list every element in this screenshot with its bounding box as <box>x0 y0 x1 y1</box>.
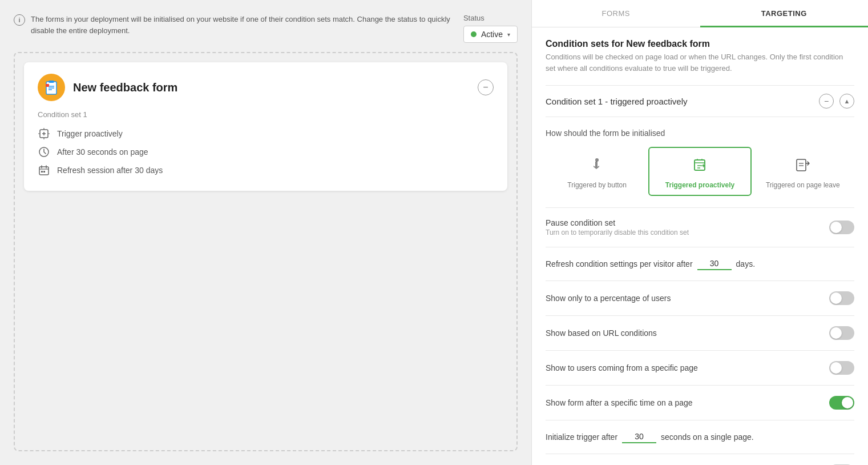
settings-row-percentage-title: Show only to a percentage of users <box>546 294 820 303</box>
refresh-days-input[interactable] <box>697 258 732 270</box>
form-card: New feedback form − Condition set 1 Trig… <box>24 62 507 191</box>
remove-form-button[interactable]: − <box>478 79 494 95</box>
clock-icon <box>38 146 50 158</box>
settings-row-time-on-page-left: Show form after a specific time on a pag… <box>546 398 820 407</box>
form-card-header: New feedback form − <box>38 74 494 101</box>
condition-set-header: Condition set 1 - triggered proactively … <box>546 85 854 117</box>
refresh-label: Refresh condition settings per visitor a… <box>546 259 693 268</box>
status-value: Active <box>481 30 503 39</box>
status-dropdown[interactable]: Active ▾ <box>463 26 518 43</box>
trigger-options: Triggered by button Triggered proactivel… <box>546 147 854 196</box>
condition-item-calendar: Refresh session after 30 days <box>38 161 494 179</box>
trigger-after-input[interactable] <box>622 431 656 443</box>
svg-rect-6 <box>46 84 49 87</box>
settings-row-pause-title: Pause condition set <box>546 218 820 227</box>
tabs: FORMS TARGETING <box>532 0 868 27</box>
tab-forms[interactable]: FORMS <box>532 0 700 27</box>
settings-row-specific-date: Show on a specific date <box>546 454 854 465</box>
condition-set-label: Condition set 1 <box>38 110 494 119</box>
settings-row-time-on-page: Show form after a specific time on a pag… <box>546 386 854 420</box>
collapse-condition-set-button[interactable]: ▲ <box>839 94 854 109</box>
settings-row-time-on-page-title: Show form after a specific time on a pag… <box>546 398 820 407</box>
triggered-by-button-icon <box>586 154 608 177</box>
trigger-section: How should the form be initialised Trigg… <box>546 117 854 208</box>
settings-row-specific-page: Show to users coming from a specific pag… <box>546 351 854 386</box>
calendar-icon <box>38 164 50 177</box>
condition-item-trigger: Trigger proactively <box>38 125 494 143</box>
trigger-after-label: Initialize trigger after <box>546 432 617 442</box>
condition-set-title: Condition set 1 - triggered proactively <box>546 97 687 106</box>
right-content: Condition sets for New feedback form Con… <box>532 27 868 465</box>
info-text: The forms in your deployment will be ini… <box>31 14 454 36</box>
trigger-label: How should the form be initialised <box>546 129 854 138</box>
section-title: Condition sets for New feedback form <box>546 39 854 49</box>
url-toggle[interactable] <box>829 326 854 340</box>
trigger-button-label: Triggered by button <box>567 181 627 189</box>
condition-text-trigger: Trigger proactively <box>57 129 123 138</box>
pause-toggle[interactable] <box>829 221 854 234</box>
tab-targeting[interactable]: TARGETING <box>700 0 869 27</box>
trigger-after-suffix: seconds on a single page. <box>661 432 754 442</box>
status-block: Status Active ▾ <box>463 14 518 43</box>
section-subtitle: Conditions will be checked on page load … <box>546 51 854 74</box>
settings-row-pause: Pause condition set Turn on to temporari… <box>546 208 854 247</box>
settings-row-percentage: Show only to a percentage of users <box>546 281 854 316</box>
settings-row-specific-page-left: Show to users coming from a specific pag… <box>546 363 820 372</box>
refresh-suffix: days. <box>736 259 755 268</box>
info-bar: i The forms in your deployment will be i… <box>14 14 518 43</box>
status-label: Status <box>463 14 485 22</box>
info-text-block: i The forms in your deployment will be i… <box>14 14 454 36</box>
specific-page-toggle[interactable] <box>829 361 854 375</box>
form-title: New feedback form <box>73 81 177 94</box>
form-icon <box>38 74 65 101</box>
condition-text-clock: After 30 seconds on page <box>57 147 148 157</box>
settings-row-url-title: Show based on URL conditions <box>546 328 820 338</box>
settings-row-url-left: Show based on URL conditions <box>546 328 820 338</box>
trigger-proactive-label: Triggered proactively <box>665 181 734 189</box>
condition-set-actions: − ▲ <box>819 94 854 109</box>
right-panel: FORMS TARGETING Condition sets for New f… <box>531 0 868 465</box>
status-dot <box>471 31 477 37</box>
settings-row-refresh: Refresh condition settings per visitor a… <box>546 247 854 281</box>
info-icon: i <box>14 14 25 26</box>
settings-row-percentage-left: Show only to a percentage of users <box>546 294 820 303</box>
remove-condition-set-button[interactable]: − <box>819 94 834 109</box>
dashed-container: New feedback form − Condition set 1 Trig… <box>14 52 518 451</box>
percentage-toggle[interactable] <box>829 291 854 305</box>
triggered-proactively-icon <box>688 154 711 177</box>
trigger-option-button[interactable]: Triggered by button <box>546 147 648 196</box>
settings-row-specific-page-title: Show to users coming from a specific pag… <box>546 363 820 372</box>
settings-row-pause-subtitle: Turn on to temporarily disable this cond… <box>546 229 820 236</box>
svg-rect-11 <box>43 171 45 173</box>
condition-item-clock: After 30 seconds on page <box>38 143 494 161</box>
settings-row-trigger-after: Initialize trigger after seconds on a si… <box>546 420 854 454</box>
trigger-option-proactive[interactable]: Triggered proactively <box>648 147 751 196</box>
settings-row-pause-left: Pause condition set Turn on to temporari… <box>546 218 820 236</box>
form-card-title-block: New feedback form <box>38 74 177 101</box>
chevron-down-icon: ▾ <box>507 31 510 38</box>
triggered-on-page-leave-icon <box>792 154 814 177</box>
svg-rect-2 <box>49 81 54 83</box>
trigger-option-pageleave[interactable]: Triggered on page leave <box>752 147 854 196</box>
settings-row-url: Show based on URL conditions <box>546 316 854 351</box>
svg-rect-14 <box>797 159 806 171</box>
trigger-pageleave-label: Triggered on page leave <box>766 181 840 189</box>
svg-point-12 <box>595 158 599 162</box>
left-panel: i The forms in your deployment will be i… <box>0 0 531 465</box>
time-on-page-toggle[interactable] <box>829 396 854 410</box>
condition-text-calendar: Refresh session after 30 days <box>57 166 163 175</box>
trigger-icon <box>38 127 50 140</box>
svg-rect-10 <box>41 171 43 173</box>
